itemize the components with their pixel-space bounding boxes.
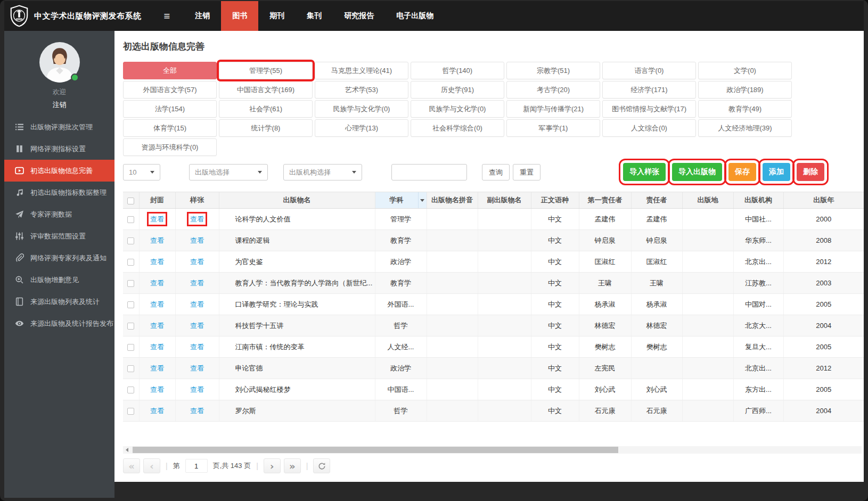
column-header-8[interactable]: 责任者: [631, 192, 682, 209]
category-button-26[interactable]: 人文综合(0): [602, 119, 696, 137]
category-button-23[interactable]: 心理学(13): [315, 119, 408, 137]
sidebar-item-batch-management[interactable]: 出版物评测批次管理: [4, 116, 114, 138]
view-sample-link[interactable]: 查看: [190, 279, 204, 287]
category-button-10[interactable]: 历史学(91): [411, 81, 504, 98]
column-header-2[interactable]: 出版物名: [219, 192, 375, 209]
category-button-21[interactable]: 体育学(15): [123, 119, 217, 137]
category-button-27[interactable]: 人文经济地理(39): [698, 119, 792, 137]
category-button-12[interactable]: 经济学(171): [602, 81, 696, 98]
category-button-11[interactable]: 考古学(20): [506, 81, 600, 98]
category-button-18[interactable]: 新闻学与传播学(21): [506, 100, 600, 118]
column-header-5[interactable]: 副出版物名: [478, 192, 531, 209]
nav-item-books[interactable]: 图书: [221, 1, 258, 31]
column-header-11[interactable]: 出版年: [783, 192, 864, 209]
sidebar-item-source-pub-report-publish[interactable]: 来源出版物及统计报告发布: [4, 313, 114, 334]
view-cover-link[interactable]: 查看: [150, 236, 164, 244]
column-header-3[interactable]: 学科: [375, 192, 427, 209]
view-cover-link[interactable]: 查看: [150, 407, 164, 415]
row-checkbox[interactable]: [127, 280, 134, 287]
view-sample-link[interactable]: 查看: [190, 258, 204, 266]
sidebar-item-pub-add-delete-opinions[interactable]: 出版物增删意见: [4, 269, 114, 291]
column-header-9[interactable]: 出版地: [682, 192, 733, 209]
page-size-select[interactable]: 10: [123, 164, 160, 180]
sidebar-item-review-data-range[interactable]: 评审数据范围设置: [4, 225, 114, 247]
row-checkbox[interactable]: [127, 216, 134, 223]
category-button-0[interactable]: 全部: [123, 62, 217, 79]
nav-item-collections[interactable]: 集刊: [296, 1, 333, 31]
column-header-0[interactable]: 封面: [139, 192, 175, 209]
row-checkbox[interactable]: [127, 408, 134, 415]
category-button-5[interactable]: 语言学(0): [602, 62, 696, 79]
row-checkbox[interactable]: [127, 365, 134, 372]
nav-item-reports[interactable]: 研究报告: [333, 1, 385, 31]
view-cover-link[interactable]: 查看: [150, 300, 164, 308]
view-cover-link[interactable]: 查看: [150, 343, 164, 351]
org-select[interactable]: 出版机构选择: [283, 164, 362, 180]
nav-item-epub[interactable]: 电子出版物: [385, 1, 445, 31]
prev-page-button[interactable]: ‹: [143, 458, 160, 473]
category-button-6[interactable]: 文学(0): [698, 62, 792, 79]
menu-toggle-icon[interactable]: ≡: [164, 11, 170, 21]
view-sample-link[interactable]: 查看: [190, 385, 204, 393]
view-cover-link[interactable]: 查看: [150, 215, 164, 223]
column-header-10[interactable]: 出版机构: [733, 192, 783, 209]
category-button-24[interactable]: 社会科学综合(0): [411, 119, 504, 137]
next-page-button[interactable]: ›: [264, 458, 281, 473]
category-button-3[interactable]: 哲学(140): [411, 62, 504, 79]
column-header-1[interactable]: 样张: [175, 192, 219, 209]
category-button-22[interactable]: 统计学(8): [219, 119, 313, 137]
view-sample-link[interactable]: 查看: [190, 343, 204, 351]
view-sample-link[interactable]: 查看: [190, 300, 204, 308]
category-button-16[interactable]: 民族学与文化学(0): [315, 100, 408, 118]
horizontal-scrollbar[interactable]: [123, 446, 862, 454]
sidebar-item-preselect-index-data[interactable]: 初选出版物指标数据整理: [4, 182, 114, 203]
view-sample-link[interactable]: 查看: [190, 322, 204, 330]
reset-button[interactable]: 重置: [513, 164, 541, 180]
category-button-9[interactable]: 艺术学(53): [315, 81, 408, 98]
category-button-13[interactable]: 政治学(189): [698, 81, 792, 98]
column-header-6[interactable]: 正文语种: [531, 192, 579, 209]
row-checkbox[interactable]: [127, 237, 134, 244]
save-button[interactable]: 保存: [728, 163, 756, 181]
column-header-4[interactable]: 出版物名拼音: [427, 192, 478, 209]
sidebar-item-expert-list-notice[interactable]: 网络评测专家列表及通知: [4, 247, 114, 269]
view-sample-link[interactable]: 查看: [190, 215, 204, 223]
category-button-15[interactable]: 社会学(61): [219, 100, 313, 118]
column-header-7[interactable]: 第一责任者: [579, 192, 631, 209]
place-select[interactable]: 出版地选择: [189, 164, 268, 180]
category-button-14[interactable]: 法学(154): [123, 100, 217, 118]
view-sample-link[interactable]: 查看: [190, 407, 204, 415]
view-cover-link[interactable]: 查看: [150, 258, 164, 266]
category-button-2[interactable]: 马克思主义理论(41): [315, 62, 408, 79]
view-cover-link[interactable]: 查看: [150, 385, 164, 393]
row-checkbox[interactable]: [127, 387, 134, 393]
sidebar-item-source-pub-list-stats[interactable]: 来源出版物列表及统计: [4, 291, 114, 313]
select-all-checkbox[interactable]: [127, 198, 134, 204]
add-button[interactable]: 添加: [763, 163, 790, 181]
sidebar-logout-link[interactable]: 注销: [4, 100, 114, 110]
category-button-8[interactable]: 中国语言文学(169): [219, 81, 313, 98]
category-button-25[interactable]: 军事学(1): [506, 119, 600, 137]
delete-button[interactable]: 删除: [797, 163, 824, 181]
row-checkbox[interactable]: [127, 323, 134, 330]
category-button-4[interactable]: 宗教学(51): [506, 62, 600, 79]
category-button-19[interactable]: 图书馆情报与文献学(17): [602, 100, 696, 118]
refresh-button[interactable]: [313, 458, 330, 473]
scroll-left-arrow-icon[interactable]: [126, 448, 128, 452]
sidebar-item-network-index-settings[interactable]: 网络评测指标设置: [4, 138, 114, 160]
first-page-button[interactable]: «: [123, 458, 140, 473]
row-checkbox[interactable]: [127, 301, 134, 308]
category-button-20[interactable]: 教育学(49): [698, 100, 792, 118]
query-button[interactable]: 查询: [482, 164, 510, 180]
scrollbar-thumb[interactable]: [133, 447, 618, 453]
view-sample-link[interactable]: 查看: [190, 364, 204, 372]
category-button-7[interactable]: 外国语言文学(57): [123, 81, 217, 98]
sidebar-item-preselect-info[interactable]: 初选出版物信息完善: [4, 160, 114, 182]
category-button-1[interactable]: 管理学(55): [219, 62, 313, 79]
nav-item-journals[interactable]: 期刊: [258, 1, 296, 31]
row-checkbox[interactable]: [127, 344, 134, 351]
nav-item-logout[interactable]: 注销: [184, 1, 221, 31]
import-sample-button[interactable]: 导入样张: [623, 163, 666, 181]
category-button-17[interactable]: 民族学与文化学(0): [411, 100, 504, 118]
category-button-28[interactable]: 资源与环境科学(0): [123, 138, 217, 156]
